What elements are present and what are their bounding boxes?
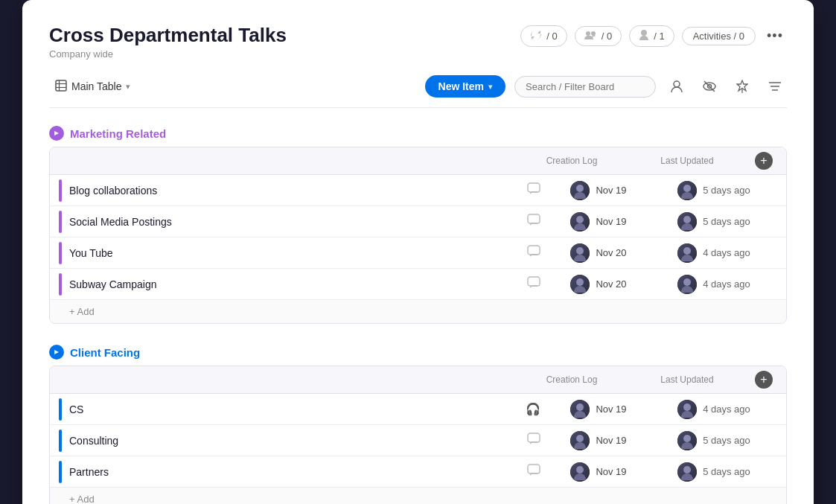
- creation-date: Nov 20: [596, 247, 626, 258]
- row-left-bar: [59, 461, 62, 483]
- more-menu-button[interactable]: •••: [763, 24, 787, 48]
- app-window: Cross Departmental Talks Company wide / …: [22, 0, 814, 504]
- row-item-name: Partners: [69, 466, 527, 478]
- svg-rect-3: [56, 80, 66, 91]
- add-column-button-marketing[interactable]: +: [755, 152, 773, 170]
- table-row[interactable]: Social Media Postings Nov 19 5 days ago: [50, 206, 786, 237]
- row-creation: Nov 19: [546, 462, 651, 482]
- updated-time: 4 days ago: [703, 278, 750, 290]
- page-title: Cross Departmental Talks: [49, 24, 287, 47]
- person-count: / 1: [654, 31, 664, 42]
- person-filter-icon[interactable]: [665, 74, 689, 98]
- group-collapse-btn-client[interactable]: [49, 345, 64, 360]
- creation-date: Nov 19: [596, 216, 626, 227]
- svg-rect-19: [528, 277, 540, 286]
- comment-icon[interactable]: [527, 245, 540, 261]
- group-client: Client Facing Creation Log Last Updated …: [49, 345, 787, 504]
- row-item-name: You Tube: [69, 247, 527, 259]
- new-item-chevron-icon: ▾: [488, 83, 492, 91]
- avatar: [677, 462, 697, 482]
- recur-badge[interactable]: / 0: [520, 25, 567, 47]
- updated-time: 4 days ago: [703, 247, 750, 258]
- avatar: [677, 181, 697, 200]
- table-row[interactable]: Consulting Nov 19 5 days ago: [50, 425, 786, 456]
- row-item-name: Blog collaborations: [69, 185, 527, 197]
- avatar: [570, 400, 590, 419]
- comment-icon[interactable]: [527, 182, 540, 198]
- main-table-label: Main Table: [71, 80, 121, 92]
- creation-date: Nov 19: [596, 466, 626, 477]
- row-creation: Nov 20: [546, 243, 651, 263]
- group-header-client: Client Facing: [49, 345, 787, 360]
- avatar: [677, 275, 697, 294]
- table-row[interactable]: Subway Campaign Nov 20 4 days ago: [50, 269, 786, 300]
- new-item-label: New Item: [438, 80, 484, 92]
- avatar: [677, 400, 697, 419]
- activities-badge[interactable]: Activities / 0: [682, 27, 756, 45]
- chevron-down-icon: ▾: [126, 82, 130, 92]
- col-header-creation-client: Creation Log: [520, 374, 624, 385]
- group-collapse-btn-marketing[interactable]: [49, 126, 64, 141]
- group-marketing: Marketing Related Creation Log Last Upda…: [49, 126, 787, 324]
- table-row[interactable]: Partners Nov 19 5 days ago: [50, 456, 786, 488]
- search-input[interactable]: [514, 76, 656, 98]
- pin-icon[interactable]: [730, 74, 754, 98]
- row-updated: 4 days ago: [651, 400, 777, 419]
- comment-icon[interactable]: [527, 464, 540, 479]
- row-updated: 4 days ago: [651, 275, 777, 294]
- row-updated: 4 days ago: [651, 243, 777, 263]
- avatar: [570, 181, 590, 200]
- svg-marker-20: [54, 350, 59, 354]
- person-icon: [639, 29, 649, 43]
- col-header-updated-client: Last Updated: [624, 374, 750, 385]
- header: Cross Departmental Talks Company wide / …: [49, 24, 787, 60]
- people-group-count: / 0: [602, 31, 612, 42]
- row-item-name: Subway Campaign: [69, 278, 527, 290]
- person-badge[interactable]: / 1: [629, 25, 674, 47]
- recur-icon: [530, 29, 542, 43]
- groups-container: Marketing Related Creation Log Last Upda…: [49, 126, 787, 504]
- row-creation: Nov 19: [546, 212, 651, 232]
- col-header-add-client: +: [750, 371, 777, 389]
- row-item-name: Consulting: [69, 435, 527, 447]
- recur-count: / 0: [546, 31, 557, 42]
- add-item-row-marketing[interactable]: + Add: [50, 300, 786, 323]
- svg-marker-15: [54, 131, 59, 135]
- row-creation: Nov 19: [546, 400, 651, 419]
- avatar: [570, 275, 590, 294]
- updated-time: 5 days ago: [703, 216, 750, 227]
- row-creation: Nov 19: [546, 181, 651, 200]
- svg-rect-17: [528, 214, 540, 223]
- add-column-button-client[interactable]: +: [755, 371, 773, 389]
- main-table-button[interactable]: Main Table ▾: [49, 77, 136, 97]
- group-title-marketing[interactable]: Marketing Related: [70, 127, 166, 140]
- table-icon: [55, 80, 67, 94]
- filter-icon[interactable]: [763, 74, 787, 98]
- table-header-row-marketing: Creation Log Last Updated +: [50, 147, 786, 175]
- comment-icon[interactable]: [527, 214, 540, 229]
- table-header-row-client: Creation Log Last Updated +: [50, 366, 786, 394]
- col-header-creation-marketing: Creation Log: [520, 156, 624, 166]
- avatar: [570, 462, 590, 482]
- table-row[interactable]: Blog collaborations Nov 19 5 days ago: [50, 175, 786, 206]
- svg-rect-16: [528, 183, 540, 192]
- comment-icon[interactable]: [527, 276, 540, 292]
- row-left-bar: [59, 211, 62, 233]
- svg-point-7: [674, 81, 680, 87]
- table-row[interactable]: CS🎧 Nov 19 4 days ago: [50, 394, 786, 425]
- table-row[interactable]: You Tube Nov 20 4 days ago: [50, 237, 786, 269]
- headset-icon: 🎧: [526, 402, 540, 416]
- new-item-button[interactable]: New Item ▾: [425, 75, 505, 98]
- creation-date: Nov 19: [596, 403, 626, 415]
- hide-icon[interactable]: [698, 74, 721, 98]
- avatar: [570, 243, 590, 263]
- group-title-client[interactable]: Client Facing: [70, 346, 140, 359]
- comment-icon[interactable]: [527, 433, 540, 448]
- people-group-badge[interactable]: / 0: [575, 26, 622, 46]
- row-updated: 5 days ago: [651, 431, 777, 450]
- more-icon: •••: [767, 28, 783, 44]
- creation-date: Nov 19: [596, 435, 626, 446]
- people-group-icon: [584, 30, 597, 42]
- add-item-row-client[interactable]: + Add: [50, 488, 786, 504]
- col-header-updated-marketing: Last Updated: [624, 156, 750, 166]
